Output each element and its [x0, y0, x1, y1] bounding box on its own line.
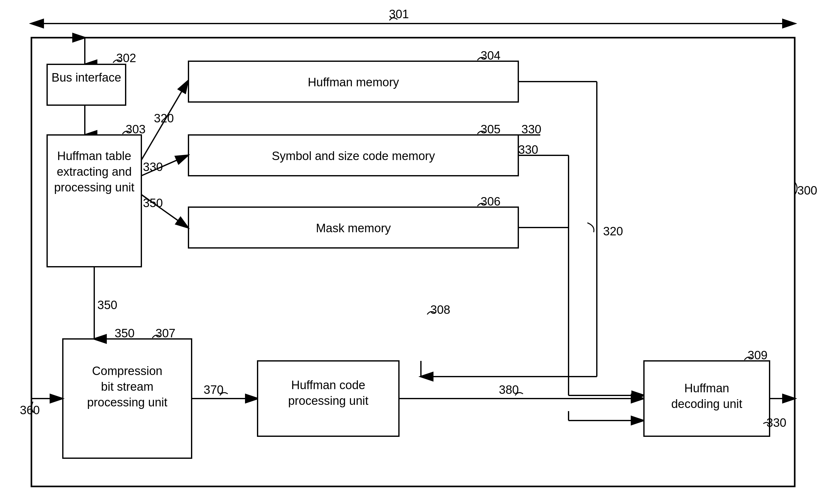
label-330-right-top: 330	[518, 143, 538, 156]
compression-unit-label-3: processing unit	[87, 396, 167, 409]
label-300: 300	[797, 184, 817, 197]
symbol-size-memory-label: Symbol and size code memory	[272, 149, 435, 163]
label-303: 303	[126, 123, 145, 136]
label-350-bot: 350	[97, 299, 117, 312]
label-305: 305	[481, 123, 500, 136]
bus-interface-label: Bus interface	[52, 71, 121, 84]
huffman-table-label-2: extracting and	[57, 165, 132, 178]
huffman-table-label-3: processing unit	[54, 181, 134, 194]
huffman-table-label-1: Huffman table	[57, 149, 131, 163]
compression-unit-label-2: bit stream	[101, 380, 154, 393]
huffman-code-label-2: processing unit	[288, 394, 369, 407]
huffman-decoding-label-1: Huffman	[684, 382, 730, 395]
compression-unit-label-1: Compression	[92, 364, 162, 378]
label-350-left: 350	[143, 196, 163, 210]
label-308: 308	[430, 303, 450, 316]
label-330-bot-right: 330	[767, 416, 786, 429]
label-320-left: 320	[154, 112, 174, 125]
label-306: 306	[481, 195, 500, 208]
label-360: 360	[20, 403, 39, 417]
huffman-memory-label: Huffman memory	[308, 76, 399, 89]
label-320-right: 320	[603, 225, 623, 238]
huffman-code-label-1: Huffman code	[291, 378, 365, 392]
mask-memory-label: Mask memory	[316, 221, 391, 235]
label-350-inner: 350	[115, 327, 134, 340]
huffman-decoding-label-2: decoding unit	[671, 397, 742, 411]
label-309: 309	[748, 349, 767, 362]
label-302: 302	[116, 52, 136, 65]
bus-interface-box	[47, 64, 126, 105]
label-330-left-top: 330	[143, 160, 163, 174]
label-307: 307	[155, 327, 175, 340]
label-304: 304	[481, 49, 500, 62]
diagram-container: 301 300 Bus interface 302 Huffman table …	[0, 0, 839, 504]
label-301: 301	[389, 7, 409, 21]
label-330-symbol: 330	[521, 123, 541, 136]
